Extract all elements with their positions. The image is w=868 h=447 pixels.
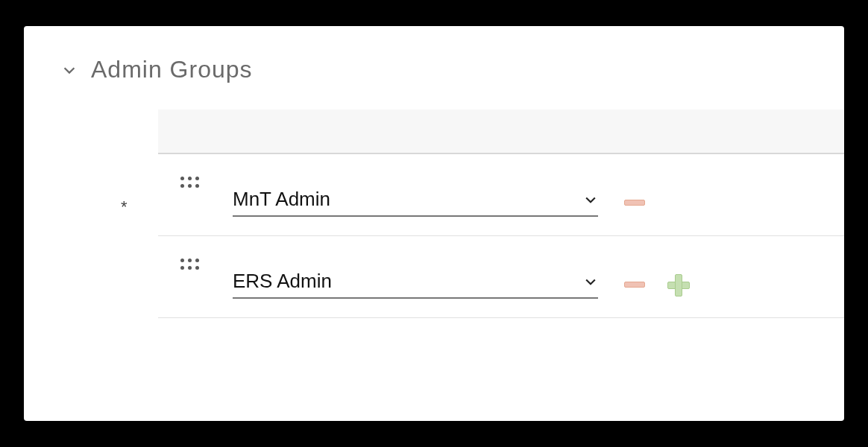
chevron-down-icon <box>61 62 78 78</box>
admin-group-dropdown[interactable]: MnT Admin <box>233 188 598 217</box>
admin-groups-panel: Admin Groups * MnT Admin ERS Admin <box>24 26 844 421</box>
required-mark: * <box>121 197 128 217</box>
table-row: ERS Admin <box>158 236 844 318</box>
table-header <box>158 110 844 154</box>
remove-row-icon[interactable] <box>624 200 645 206</box>
drag-handle-icon[interactable] <box>180 259 203 270</box>
add-row-icon[interactable] <box>667 274 688 295</box>
admin-group-dropdown[interactable]: ERS Admin <box>233 270 598 299</box>
section-header[interactable]: Admin Groups <box>24 56 844 83</box>
chevron-down-icon <box>583 274 598 289</box>
dropdown-value: ERS Admin <box>233 270 332 293</box>
remove-row-icon[interactable] <box>624 282 645 288</box>
section-title: Admin Groups <box>91 56 253 83</box>
drag-handle-icon[interactable] <box>180 177 203 188</box>
row-actions <box>624 274 688 295</box>
table-row: * MnT Admin <box>158 154 844 236</box>
chevron-down-icon <box>583 192 598 207</box>
dropdown-value: MnT Admin <box>233 188 330 211</box>
row-actions <box>624 200 645 206</box>
